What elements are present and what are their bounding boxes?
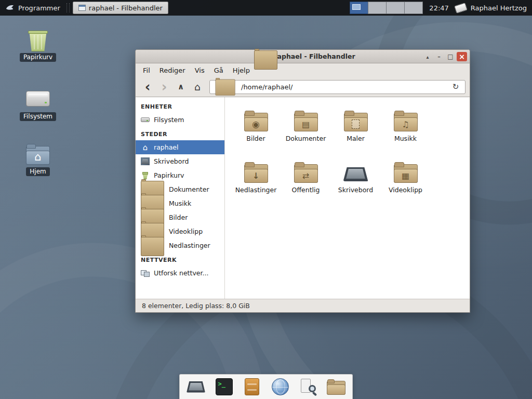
desktop: PapirkurvFilsystem⌂Hjem Programmer rapha… (0, 0, 532, 399)
window-title: raphael - Filbehandler (274, 52, 355, 60)
window-content: ENHETERFilsystemSTEDERraphaelSkrivebordP… (136, 97, 470, 299)
trash-icon (28, 29, 48, 51)
toolbar: /home/raphael/ (136, 77, 470, 97)
maximize-button[interactable] (445, 52, 456, 61)
download-emblem-icon: ↓ (244, 168, 268, 183)
user-name: Raphael Hertzog (471, 4, 527, 12)
applications-menu-icon (5, 4, 15, 12)
desktop-icon (343, 162, 368, 183)
forward-button[interactable] (156, 79, 172, 94)
menubar: FilRedigerVisGåHjelp (136, 63, 470, 77)
document-emblem-icon: ▤ (294, 117, 318, 131)
dock-file-cabinet[interactable] (242, 377, 262, 397)
file-bilder[interactable]: ◉Bilder (231, 104, 281, 156)
dock-search[interactable] (298, 377, 318, 397)
task-window-icon (78, 5, 86, 11)
drive-icon (26, 91, 50, 107)
sidebar-item-raphael[interactable]: raphael (136, 140, 224, 154)
workspace-switcher (350, 0, 423, 16)
taskbar-button[interactable]: raphael - Filbehandler (73, 2, 168, 14)
file-musikk[interactable]: ♫Musikk (381, 104, 430, 156)
file-grid: ◉Bilder▤DokumenterMaler♫Musikk↓Nedlastin… (231, 104, 470, 207)
file-manager-icon (327, 379, 345, 395)
workspace-1[interactable] (350, 2, 368, 14)
panel-separator (66, 3, 70, 12)
titlebar[interactable]: raphael - Filbehandler (136, 50, 470, 63)
sidebar-item-skrivebord[interactable]: Skrivebord (136, 154, 224, 168)
path-folder-icon (215, 78, 235, 96)
applications-menu-label: Programmer (18, 4, 60, 12)
up-button[interactable] (173, 79, 189, 94)
blank-emblem-icon (344, 117, 368, 131)
statusbar: 8 elementer, Ledig plass: 8,0 GiB (136, 299, 470, 312)
file-maler[interactable]: Maler (331, 104, 380, 156)
sidebar-header-steder: STEDER (136, 127, 224, 140)
sidebar-item-filsystem[interactable]: Filsystem (136, 113, 224, 127)
workspace-4[interactable] (404, 2, 423, 14)
home-emblem-icon: ⌂ (26, 149, 50, 165)
dock-file-manager[interactable] (326, 377, 346, 397)
path-text: /home/raphael/ (241, 83, 446, 91)
folder-icon: ♫ (394, 111, 418, 131)
folder-icon: ↓ (244, 162, 268, 183)
share-emblem-icon: ⇄ (294, 168, 318, 183)
user-menu[interactable]: Raphael Hertzog (455, 4, 527, 12)
menu-fil[interactable]: Fil (139, 65, 154, 76)
dock-browser[interactable] (270, 377, 290, 397)
file-skrivebord[interactable]: Skrivebord (331, 156, 380, 207)
file-manager-window: raphael - Filbehandler FilRedigerVisGåHj… (135, 49, 470, 313)
video-emblem-icon: ▦ (394, 168, 418, 183)
file-offentlig[interactable]: ⇄Offentlig (281, 156, 330, 207)
path-bar[interactable]: /home/raphael/ (209, 80, 466, 94)
clock[interactable]: 22:47 (429, 4, 448, 12)
file-videoklipp[interactable]: ▦Videoklipp (381, 156, 430, 207)
folder-icon (344, 111, 368, 131)
sidebar: ENHETERFilsystemSTEDERraphaelSkrivebordP… (136, 97, 225, 299)
trash-icon (141, 171, 150, 179)
panel-right: 22:47 Raphael Hertzog (350, 0, 532, 16)
browser-icon (272, 378, 289, 395)
back-button[interactable] (140, 79, 155, 94)
sidebar-header-enheter: ENHETER (136, 99, 224, 113)
file-cabinet-icon (245, 378, 259, 395)
close-button[interactable] (457, 52, 467, 61)
folder-icon (141, 235, 165, 256)
user-icon (454, 2, 468, 13)
dock-show-desktop[interactable] (186, 377, 206, 397)
window-controls (421, 52, 467, 61)
applications-menu[interactable]: Programmer (0, 0, 65, 16)
dock: >_ (179, 374, 353, 399)
top-panel: Programmer raphael - Filbehandler 22:47 … (0, 0, 532, 16)
menu-g[interactable]: Gå (210, 65, 228, 76)
file-view[interactable]: ◉Bilder▤DokumenterMaler♫Musikk↓Nedlastin… (225, 97, 470, 299)
sidebar-item-nedlastinger[interactable]: Nedlastinger (136, 238, 224, 252)
workspace-3[interactable] (386, 2, 405, 14)
drive-icon (141, 116, 150, 124)
music-emblem-icon: ♫ (394, 117, 418, 131)
home-button[interactable] (190, 79, 205, 94)
workspace-2[interactable] (368, 2, 387, 14)
home-icon (141, 143, 150, 151)
sidebar-item-utforsk-nettver[interactable]: Utforsk nettver... (136, 266, 224, 280)
home-folder-icon: ⌂ (26, 144, 50, 165)
folder-icon: ▤ (294, 111, 318, 131)
minimize-button[interactable] (434, 52, 444, 61)
folder-icon: ⇄ (294, 162, 318, 183)
taskbar-button-label: raphael - Filbehandler (89, 4, 163, 12)
shade-button[interactable] (422, 52, 433, 61)
network-icon (141, 269, 150, 277)
desktop-icon-filsystem[interactable]: Filsystem (9, 86, 66, 121)
terminal-icon: >_ (216, 378, 233, 395)
desktop-icon-papirkurv[interactable]: Papirkurv (9, 29, 66, 62)
reload-button[interactable] (450, 82, 461, 91)
desktop-icon (141, 157, 150, 165)
desktop-icon-hjem[interactable]: ⌂Hjem (9, 143, 66, 176)
file-dokumenter[interactable]: ▤Dokumenter (281, 104, 330, 156)
menu-vis[interactable]: Vis (191, 65, 209, 76)
window-title-icon (254, 49, 278, 70)
file-nedlastinger[interactable]: ↓Nedlastinger (231, 156, 281, 207)
menu-rediger[interactable]: Rediger (155, 65, 190, 76)
camera-emblem-icon: ◉ (244, 117, 268, 131)
menu-hjelp[interactable]: Hjelp (229, 65, 254, 76)
dock-terminal[interactable]: >_ (214, 377, 234, 397)
